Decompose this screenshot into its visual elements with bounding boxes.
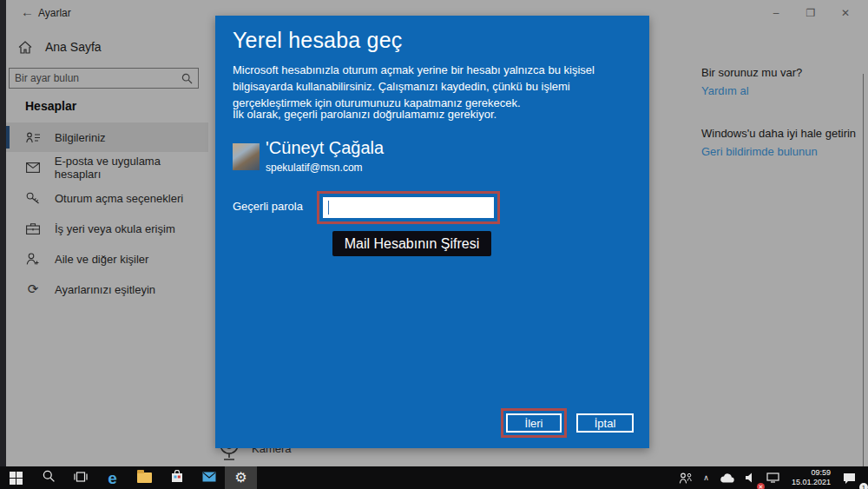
briefcase-icon — [25, 223, 41, 235]
taskbar-left: e ⚙ — [0, 466, 257, 489]
scrollbar[interactable] — [863, 74, 864, 466]
window-controls: – ❐ ✕ — [759, 0, 863, 26]
restore-button[interactable]: ❐ — [793, 0, 828, 26]
mail-icon — [202, 470, 216, 486]
windows-logo-icon — [10, 472, 23, 485]
switch-to-local-account-dialog: Yerel hesaba geç Microsoft hesabınızla o… — [215, 16, 649, 448]
search-input[interactable] — [10, 72, 181, 84]
sidebar-item-label: E-posta ve uygulama hesapları — [55, 155, 208, 181]
store-button[interactable] — [161, 466, 193, 489]
password-input[interactable] — [323, 197, 494, 218]
sidebar-item-isyeri[interactable]: İş yeri veya okula erişim — [6, 214, 208, 243]
dialog-title: Yerel hesaba geç — [233, 28, 403, 53]
feedback-question: Windows'u daha iyi hale getirin — [701, 127, 856, 140]
password-annotation-box — [317, 191, 500, 224]
muted-icon: ✕ — [757, 483, 765, 489]
action-center-button[interactable]: 1 — [838, 466, 865, 489]
sidebar-item-label: Oturum açma seçenekleri — [55, 192, 183, 205]
mail-button[interactable] — [193, 466, 225, 489]
edge-icon: e — [108, 470, 117, 486]
taskbar: e ⚙ ∧ — [0, 466, 868, 489]
clock-time: 09:59 — [792, 468, 831, 478]
network-icon — [766, 472, 779, 483]
minimize-button[interactable]: – — [759, 0, 793, 26]
feedback-link[interactable]: Geri bildirimde bulunun — [701, 145, 818, 158]
background-window-edge — [0, 0, 6, 466]
start-button[interactable] — [0, 466, 32, 489]
help-question: Bir sorunuz mu var? — [701, 66, 802, 79]
home-icon — [17, 41, 33, 54]
edge-button[interactable]: e — [96, 466, 128, 489]
password-label: Geçerli parola — [233, 200, 303, 213]
person-add-icon — [25, 253, 41, 265]
sidebar-item-home[interactable]: Ana Sayfa — [17, 40, 102, 54]
key-icon — [25, 192, 41, 204]
sidebar-item-eposta[interactable]: E-posta ve uygulama hesapları — [6, 153, 208, 182]
sidebar-item-aile[interactable]: Aile ve diğer kişiler — [6, 244, 208, 274]
back-arrow-icon[interactable]: ← — [21, 4, 34, 19]
folder-icon — [137, 472, 152, 483]
sidebar-item-bilgileriniz[interactable]: Bilgileriniz — [6, 122, 208, 152]
notification-icon — [843, 472, 856, 484]
user-name: 'Cüneyt Çağala — [266, 138, 384, 158]
annotation-tooltip: Mail Hesabının Şifresi — [332, 231, 491, 256]
search-icon[interactable] — [181, 73, 193, 84]
text-caret — [328, 201, 329, 215]
network-button[interactable] — [762, 466, 784, 489]
taskbar-clock[interactable]: 09:59 15.01.2021 — [786, 468, 837, 488]
cancel-button[interactable]: İptal — [576, 413, 634, 433]
sidebar-item-esitleyin[interactable]: ⟳ Ayarlarınızı eşitleyin — [6, 274, 208, 304]
taskbar-search-button[interactable] — [32, 466, 64, 489]
sidebar-item-label: Aile ve diğer kişiler — [55, 253, 148, 266]
taskbar-tray: ∧ ✕ 09:59 15.01.2021 1 — [674, 466, 868, 489]
search-icon — [43, 470, 55, 486]
sidebar-item-label: Bilgileriniz — [55, 131, 106, 144]
sidebar-item-label: İş yeri veya okula erişim — [55, 222, 175, 235]
file-explorer-button[interactable] — [128, 466, 161, 489]
user-email: spekulatif@msn.com — [266, 162, 363, 174]
dialog-body-text2: İlk olarak, geçerli parolanızı doğrulama… — [233, 108, 613, 121]
next-button[interactable]: İleri — [506, 413, 562, 433]
onedrive-button[interactable] — [715, 466, 739, 489]
sidebar-item-label: Ayarlarınızı eşitleyin — [55, 283, 155, 296]
cloud-icon — [720, 473, 734, 483]
envelope-icon — [25, 162, 41, 173]
speaker-icon — [745, 472, 756, 483]
window-title: Ayarlar — [38, 7, 71, 19]
notification-badge: 1 — [859, 483, 868, 489]
section-title: Hesaplar — [25, 99, 76, 113]
sidebar-item-label: Ana Sayfa — [45, 40, 102, 54]
user-avatar — [233, 143, 260, 170]
task-view-icon — [74, 470, 88, 486]
screen: ← Ayarlar – ❐ ✕ Ana Sayfa Hesaplar Bilgi… — [0, 0, 868, 489]
dialog-body-text: Microsoft hesabınızla oturum açmak yerin… — [233, 63, 613, 112]
get-help-link[interactable]: Yardım al — [701, 84, 749, 97]
people-icon — [679, 472, 693, 484]
sync-icon: ⟳ — [25, 281, 41, 297]
user-card-icon — [25, 132, 41, 143]
close-button[interactable]: ✕ — [828, 0, 863, 26]
store-bag-icon — [171, 470, 183, 486]
settings-app-button[interactable]: ⚙ — [225, 466, 257, 489]
clock-date: 15.01.2021 — [792, 478, 831, 487]
volume-button[interactable]: ✕ — [740, 466, 760, 489]
task-view-button[interactable] — [64, 466, 96, 489]
settings-search-box[interactable] — [9, 68, 199, 89]
show-hidden-icons-button[interactable]: ∧ — [699, 466, 713, 489]
people-button[interactable] — [674, 466, 697, 489]
sidebar-item-oturum[interactable]: Oturum açma seçenekleri — [6, 183, 208, 213]
gear-icon: ⚙ — [234, 471, 247, 485]
